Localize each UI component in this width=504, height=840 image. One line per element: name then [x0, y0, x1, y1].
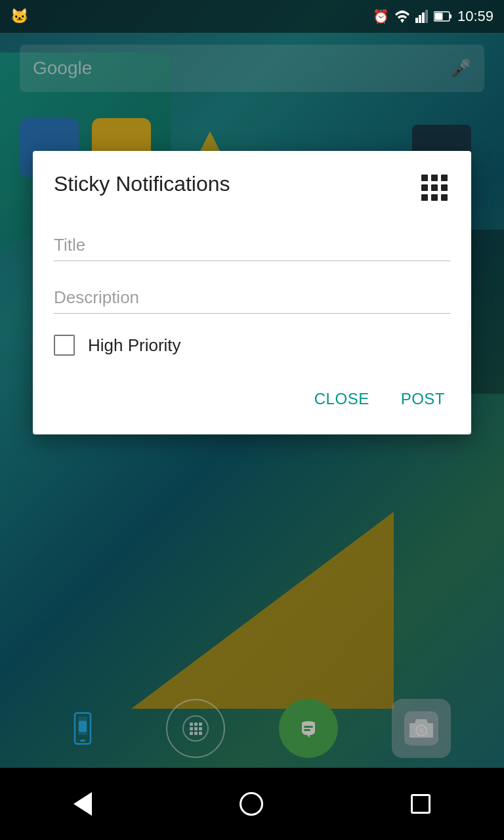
grid-dot-1 — [421, 175, 428, 181]
svg-rect-6 — [450, 14, 452, 18]
close-button[interactable]: CLOSE — [309, 382, 375, 416]
high-priority-row: High Priority — [54, 335, 450, 356]
description-input[interactable] — [54, 282, 450, 314]
recents-button[interactable] — [404, 788, 437, 820]
grid-dot-8 — [431, 194, 438, 201]
post-button[interactable]: POST — [396, 382, 450, 416]
svg-rect-5 — [434, 13, 442, 20]
high-priority-checkbox[interactable] — [54, 335, 75, 356]
grid-dot-7 — [421, 194, 428, 201]
sticky-notifications-dialog: Sticky Notifications High Priority CLOSE… — [33, 151, 471, 434]
dialog-title: Sticky Notifications — [54, 172, 230, 196]
back-button[interactable] — [67, 786, 98, 822]
description-input-group — [54, 282, 450, 314]
status-time: 10:59 — [457, 8, 494, 25]
title-input-group — [54, 230, 450, 261]
dialog-actions: CLOSE POST — [54, 382, 450, 416]
recents-icon — [411, 794, 430, 814]
svg-rect-2 — [422, 12, 425, 23]
battery-icon — [434, 10, 452, 22]
nav-bar — [0, 768, 504, 840]
status-right: ⏰ 10:59 — [373, 8, 494, 25]
signal-icon — [415, 10, 429, 23]
grid-dot-4 — [421, 184, 428, 191]
grid-dot-2 — [431, 175, 438, 181]
back-icon — [74, 792, 92, 816]
high-priority-label: High Priority — [88, 335, 181, 356]
status-bar: 🐱 ⏰ 10:59 — [0, 0, 504, 33]
wifi-icon — [394, 10, 410, 23]
svg-rect-1 — [419, 15, 421, 23]
grid-icon[interactable] — [419, 172, 450, 203]
cat-icon: 🐱 — [10, 8, 28, 25]
grid-dot-9 — [441, 194, 448, 201]
home-button[interactable] — [233, 786, 270, 822]
svg-rect-3 — [425, 10, 428, 23]
grid-dot-5 — [431, 184, 438, 191]
svg-rect-0 — [415, 18, 418, 23]
grid-dot-6 — [441, 184, 448, 191]
status-left: 🐱 — [10, 8, 28, 25]
alarm-icon: ⏰ — [373, 9, 389, 24]
dialog-header: Sticky Notifications — [54, 172, 450, 203]
home-icon — [240, 792, 263, 816]
title-input[interactable] — [54, 230, 450, 261]
grid-dot-3 — [441, 175, 448, 181]
